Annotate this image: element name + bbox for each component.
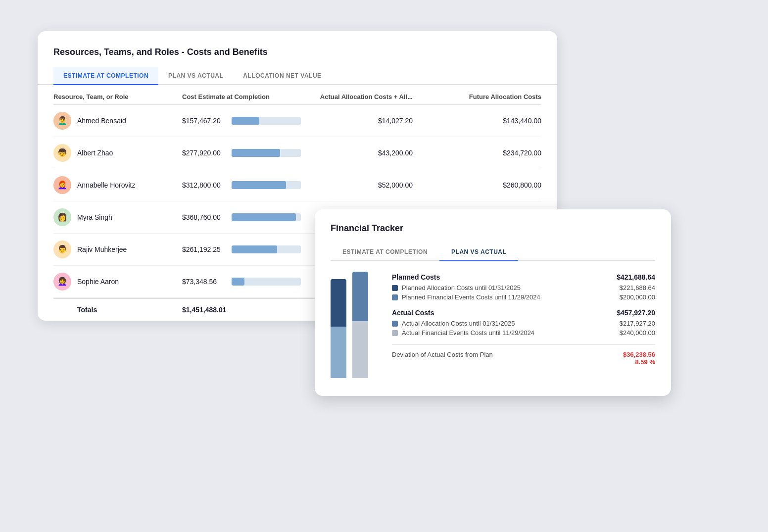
cost-estimate-value: $312,800.00 — [182, 181, 227, 189]
future-cost-cell: $143,440.00 — [432, 117, 541, 125]
deviation-value: $36,238.56 8.59 % — [623, 351, 655, 366]
avatar: 👩‍🦱 — [53, 273, 71, 290]
cost-bar-fill — [232, 149, 280, 157]
planned-events-line: Planned Financial Events Costs until 11/… — [392, 293, 655, 301]
tab-estimate-completion[interactable]: ESTIMATE AT COMPLETION — [53, 67, 158, 85]
tracker-tab-plan-vs-actual[interactable]: PLAN VS ACTUAL — [439, 243, 518, 261]
avatar: 👦 — [53, 144, 71, 162]
cost-bar-container — [232, 245, 301, 253]
chart-planned-bar — [331, 273, 346, 378]
cost-cell: $73,348.56 — [182, 278, 311, 286]
main-tabs: ESTIMATE AT COMPLETION PLAN VS ACTUAL AL… — [38, 67, 557, 85]
chart-area — [331, 273, 380, 382]
col-header-future-cost: Future Allocation Costs — [432, 93, 541, 100]
cost-cell: $368,760.00 — [182, 213, 311, 221]
cost-bar-container — [232, 213, 301, 221]
person-name: Sophie Aaron — [77, 278, 119, 286]
actual-events-dot — [392, 330, 398, 336]
cost-bar-container — [232, 278, 301, 286]
cost-bar-fill — [232, 213, 296, 221]
cost-bar-fill — [232, 278, 244, 286]
actual-cost-cell: $43,200.00 — [311, 149, 432, 157]
planned-costs-title: Planned Costs $421,688.64 — [392, 273, 655, 281]
cost-cell: $261,192.25 — [182, 245, 311, 253]
person-name: Myra Singh — [77, 213, 112, 221]
cost-bar-container — [232, 149, 301, 157]
chart-actual-bar — [352, 273, 368, 378]
actual-cost-cell: $52,000.00 — [311, 181, 432, 189]
actual-cost-cell: $14,027.20 — [311, 117, 432, 125]
tab-allocation-net-value[interactable]: ALLOCATION NET VALUE — [233, 67, 331, 85]
deviation-row: Deviation of Actual Costs from Plan $36,… — [392, 344, 655, 366]
future-cost-cell: $260,800.00 — [432, 181, 541, 189]
person-cell: 👩 Myra Singh — [53, 208, 182, 226]
planned-allocation-value: $221,688.64 — [620, 284, 655, 291]
cost-bar-fill — [232, 181, 286, 189]
table-row: 👨‍🦱 Ahmed Bensaid $157,467.20 $14,027.20… — [53, 105, 541, 137]
totals-value: $1,451,488.01 — [182, 306, 311, 314]
cost-bar-container — [232, 181, 301, 189]
cost-cell: $277,920.00 — [182, 149, 311, 157]
planned-allocation-dot — [392, 285, 398, 291]
person-name: Annabelle Horovitz — [77, 181, 136, 189]
col-header-actual-cost: Actual Allocation Costs + All... — [311, 93, 432, 100]
avatar: 👩 — [53, 208, 71, 226]
person-cell: 👩‍🦱 Sophie Aaron — [53, 273, 182, 290]
cost-estimate-value: $368,760.00 — [182, 213, 227, 221]
table-row: 👩‍🦰 Annabelle Horovitz $312,800.00 $52,0… — [53, 169, 541, 201]
avatar: 👩‍🦰 — [53, 176, 71, 194]
actual-events-value: $240,000.00 — [620, 329, 655, 337]
cost-estimate-value: $261,192.25 — [182, 245, 227, 253]
tracker-content: Planned Costs $421,688.64 Planned Alloca… — [331, 273, 655, 382]
planned-costs-section: Planned Costs $421,688.64 Planned Alloca… — [392, 273, 655, 301]
actual-allocation-dot — [392, 321, 398, 327]
actual-allocation-line: Actual Allocation Costs until 01/31/2025… — [392, 320, 655, 327]
person-cell: 👨 Rajiv Muhkerjee — [53, 241, 182, 258]
tracker-title: Financial Tracker — [331, 223, 655, 234]
cost-cell: $157,467.20 — [182, 117, 311, 125]
person-cell: 👨‍🦱 Ahmed Bensaid — [53, 112, 182, 130]
person-name: Albert Zhao — [77, 149, 113, 157]
future-cost-cell: $234,720.00 — [432, 149, 541, 157]
actual-allocation-value: $217,927.20 — [620, 320, 655, 327]
table-header: Resource, Team, or Role Cost Estimate at… — [53, 85, 541, 105]
planned-events-value: $200,000.00 — [620, 293, 655, 301]
planned-costs-total: $421,688.64 — [617, 273, 655, 281]
cost-estimate-value: $277,920.00 — [182, 149, 227, 157]
person-cell: 👦 Albert Zhao — [53, 144, 182, 162]
main-card-title: Resources, Teams, and Roles - Costs and … — [38, 47, 557, 67]
col-header-cost-estimate: Cost Estimate at Completion — [182, 93, 311, 100]
cost-bar-fill — [232, 245, 277, 253]
person-name: Ahmed Bensaid — [77, 117, 126, 125]
cost-bar-fill — [232, 117, 259, 125]
person-cell: 👩‍🦰 Annabelle Horovitz — [53, 176, 182, 194]
avatar: 👨‍🦱 — [53, 112, 71, 130]
tracker-tabs: ESTIMATE AT COMPLETION PLAN VS ACTUAL — [331, 243, 655, 261]
cost-estimate-value: $73,348.56 — [182, 278, 227, 286]
avatar: 👨 — [53, 241, 71, 258]
table-row: 👦 Albert Zhao $277,920.00 $43,200.00 $23… — [53, 137, 541, 169]
totals-label: Totals — [53, 306, 182, 314]
tracker-tab-estimate[interactable]: ESTIMATE AT COMPLETION — [331, 243, 439, 261]
planned-allocation-line: Planned Allocation Costs until 01/31/202… — [392, 284, 655, 291]
person-name: Rajiv Muhkerjee — [77, 245, 127, 253]
planned-events-dot — [392, 294, 398, 300]
actual-costs-title: Actual Costs $457,927.20 — [392, 309, 655, 317]
cost-estimate-value: $157,467.20 — [182, 117, 227, 125]
deviation-label: Deviation of Actual Costs from Plan — [392, 351, 493, 358]
tracker-card: Financial Tracker ESTIMATE AT COMPLETION… — [315, 209, 671, 396]
tab-plan-vs-actual[interactable]: PLAN VS ACTUAL — [158, 67, 233, 85]
cost-bar-container — [232, 117, 301, 125]
cost-cell: $312,800.00 — [182, 181, 311, 189]
tracker-data: Planned Costs $421,688.64 Planned Alloca… — [392, 273, 655, 382]
col-header-resource: Resource, Team, or Role — [53, 93, 182, 100]
actual-costs-section: Actual Costs $457,927.20 Actual Allocati… — [392, 309, 655, 337]
actual-costs-total: $457,927.20 — [617, 309, 655, 317]
actual-events-line: Actual Financial Events Costs until 11/2… — [392, 329, 655, 337]
